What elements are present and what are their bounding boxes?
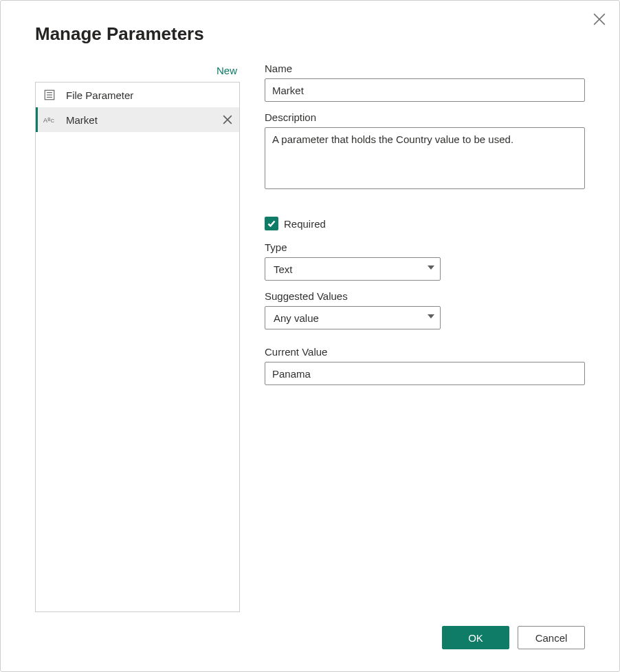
cancel-button[interactable]: Cancel (518, 626, 585, 649)
close-icon (593, 13, 606, 25)
name-label: Name (265, 63, 585, 74)
parameter-item-label: Market (66, 114, 221, 126)
type-label: Type (265, 241, 585, 253)
suggested-values-dropdown[interactable]: Any value (265, 306, 441, 329)
description-label: Description (265, 111, 585, 123)
parameter-list-panel: New File Parameter ABC Market (35, 61, 240, 612)
required-checkbox[interactable] (265, 217, 278, 230)
parameter-item-label: File Parameter (66, 89, 234, 101)
svg-marker-8 (428, 314, 434, 318)
current-value-label: Current Value (265, 346, 585, 358)
svg-text:A: A (43, 117, 47, 124)
suggested-values-label: Suggested Values (265, 290, 585, 302)
svg-marker-7 (428, 265, 434, 270)
parameter-form: Name Description A parameter that holds … (265, 61, 585, 612)
text-type-icon: ABC (43, 113, 56, 127)
svg-text:C: C (51, 118, 54, 124)
type-dropdown-value: Text (274, 263, 293, 275)
checkmark-icon (267, 219, 276, 228)
type-dropdown[interactable]: Text (265, 257, 441, 281)
svg-text:B: B (47, 117, 50, 122)
delete-parameter-button[interactable] (221, 113, 234, 126)
chevron-down-icon (428, 314, 434, 321)
dialog-title: Manage Parameters (1, 1, 619, 61)
manage-parameters-dialog: Manage Parameters New File Parameter ABC (0, 0, 620, 672)
file-parameter-icon (43, 88, 56, 102)
current-value-input[interactable] (265, 362, 585, 385)
chevron-down-icon (428, 265, 434, 272)
name-input[interactable] (265, 78, 585, 102)
required-label[interactable]: Required (284, 218, 326, 230)
close-button[interactable] (592, 12, 607, 27)
suggested-values-dropdown-value: Any value (274, 312, 319, 324)
parameter-item-market[interactable]: ABC Market (36, 107, 239, 132)
ok-button[interactable]: OK (442, 626, 509, 649)
description-input[interactable]: A parameter that holds the Country value… (265, 127, 585, 189)
parameter-list: File Parameter ABC Market (35, 82, 240, 612)
dialog-footer: OK Cancel (1, 612, 619, 671)
new-parameter-link[interactable]: New (35, 61, 240, 82)
parameter-item-file-parameter[interactable]: File Parameter (36, 83, 239, 107)
